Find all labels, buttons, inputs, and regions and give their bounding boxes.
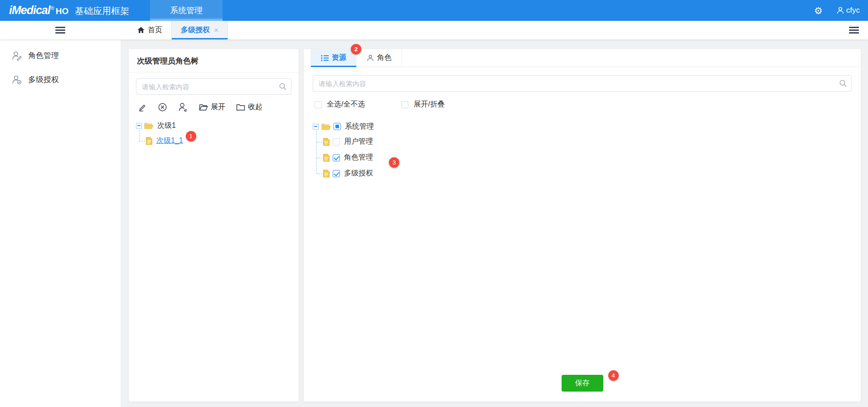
document-icon: [145, 137, 153, 145]
tree-node-label[interactable]: 次级1: [156, 121, 177, 131]
product-name: 基础应用框架: [75, 5, 129, 17]
header-right: ⚙ cfyc: [814, 6, 860, 15]
tree-node-multi-auth[interactable]: 多级授权: [316, 165, 852, 181]
checkbox-icon[interactable]: [401, 101, 408, 108]
search-icon[interactable]: [839, 79, 847, 87]
resource-role-tabs: 资源 2 角色: [304, 49, 861, 67]
checkbox-icon[interactable]: [333, 138, 340, 145]
tree-children: 用户管理 角色管理 3: [316, 134, 852, 181]
sidebar-toggle-icon[interactable]: [55, 25, 65, 35]
step-badge-2: 2: [351, 44, 361, 54]
resource-search-input[interactable]: [313, 75, 852, 92]
user-menu[interactable]: cfyc: [836, 6, 860, 15]
expand-button[interactable]: 展开: [199, 102, 225, 112]
brand-logo: iMedical ® HO 基础应用框架: [9, 4, 129, 17]
collapse-button[interactable]: 收起: [236, 102, 262, 112]
tab-bar: 首页 多级授权 ×: [0, 21, 868, 40]
document-icon: [323, 154, 330, 162]
role-tree-toolbar: 展开 收起: [129, 98, 299, 116]
tree-option-row: 全选/全不选 展开/折叠: [304, 96, 861, 115]
expand-collapse-checkbox[interactable]: 展开/折叠: [401, 100, 444, 109]
sidebar-toggle-area: [0, 21, 121, 39]
step-badge-4: 4: [608, 370, 619, 381]
role-tree-panel: 次级管理员角色树: [128, 48, 299, 402]
checkbox-checked-icon[interactable]: [333, 170, 340, 177]
assign-user-icon[interactable]: [178, 102, 188, 112]
resource-search: [313, 75, 852, 92]
select-all-label: 全选/全不选: [327, 100, 365, 109]
delete-icon[interactable]: [158, 102, 167, 112]
tab-resources-label: 资源: [332, 53, 346, 63]
brand-logo-text: iMedical: [9, 4, 50, 17]
app-header: iMedical ® HO 基础应用框架 系统管理 ⚙ cfyc: [0, 0, 868, 21]
folder-open-icon: [199, 103, 208, 111]
resource-tree: 系统管理 用户管理: [304, 115, 861, 186]
select-all-checkbox[interactable]: 全选/全不选: [315, 100, 365, 109]
settings-gear-icon[interactable]: ⚙: [814, 6, 823, 15]
tab-roles-label: 角色: [377, 53, 392, 63]
registered-mark: ®: [51, 5, 54, 11]
tree-node-role-mgmt[interactable]: 角色管理 3: [316, 150, 852, 165]
tree-node-label[interactable]: 角色管理: [343, 152, 374, 163]
sidebar-item-label: 角色管理: [28, 50, 59, 61]
document-icon: [323, 138, 330, 146]
username: cfyc: [846, 6, 860, 15]
sidebar-item-multi-auth[interactable]: 多级授权: [0, 68, 121, 92]
tab-list-menu-icon[interactable]: [849, 25, 859, 35]
tab-multi-auth[interactable]: 多级授权 ×: [171, 21, 228, 39]
checkbox-indeterminate-icon[interactable]: [334, 123, 341, 130]
sidebar-item-label: 多级授权: [28, 74, 59, 85]
checkbox-checked-icon[interactable]: [333, 154, 340, 161]
save-area: 保存 4: [304, 375, 861, 392]
expand-collapse-label: 展开/折叠: [413, 100, 444, 109]
expand-label: 展开: [211, 102, 225, 112]
sidebar-item-role-management[interactable]: 角色管理: [0, 44, 121, 68]
tab-multi-auth-label: 多级授权: [181, 25, 210, 35]
step-badge-1: 1: [186, 131, 196, 141]
role-tree: 次级1 次级1_1 1: [129, 116, 299, 151]
edit-icon[interactable]: [138, 103, 147, 112]
panel-title: 次级管理员角色树: [129, 49, 299, 73]
open-folder-icon: [144, 122, 154, 130]
tab-home[interactable]: 首页: [128, 21, 171, 39]
menu-system-management[interactable]: 系统管理: [150, 0, 223, 21]
checkbox-icon[interactable]: [315, 101, 322, 108]
authorization-panel: 资源 2 角色 全选/全不选 展开/折叠: [303, 48, 861, 402]
tree-node-root[interactable]: 次级1: [136, 118, 291, 133]
open-folder-icon: [321, 123, 331, 131]
tree-node-label[interactable]: 用户管理: [343, 136, 374, 147]
user-icon: [836, 6, 844, 15]
home-icon: [137, 27, 145, 34]
search-icon[interactable]: [279, 82, 287, 91]
document-icon: [323, 170, 330, 178]
tree-node-user-mgmt[interactable]: 用户管理: [316, 134, 852, 150]
collapse-expander-icon[interactable]: [313, 124, 319, 130]
tree-node-label[interactable]: 系统管理: [344, 121, 375, 132]
list-icon: [321, 55, 329, 61]
collapse-label: 收起: [248, 102, 262, 112]
role-tree-search-input[interactable]: [136, 78, 291, 95]
save-button[interactable]: 保存: [562, 375, 603, 392]
tree-node-label-selected[interactable]: 次级1_1: [155, 136, 184, 146]
tab-roles[interactable]: 角色: [357, 49, 402, 67]
tab-home-label: 首页: [148, 25, 162, 35]
tree-node-label[interactable]: 多级授权: [343, 168, 374, 179]
tab-resources[interactable]: 资源 2: [310, 49, 357, 67]
brand-ho: HO: [56, 6, 69, 16]
folder-icon: [236, 103, 245, 111]
collapse-expander-icon[interactable]: [136, 123, 142, 129]
tree-children: 次级1_1 1: [139, 133, 291, 149]
role-tree-search: [136, 78, 291, 95]
tree-node-child[interactable]: 次级1_1 1: [139, 133, 291, 149]
left-sidebar: 角色管理 多级授权: [0, 40, 121, 407]
role-manage-icon: [12, 51, 22, 61]
person-icon: [367, 54, 374, 62]
close-icon[interactable]: ×: [214, 26, 218, 35]
tree-node-system[interactable]: 系统管理: [313, 119, 852, 134]
multi-auth-icon: [12, 75, 22, 85]
